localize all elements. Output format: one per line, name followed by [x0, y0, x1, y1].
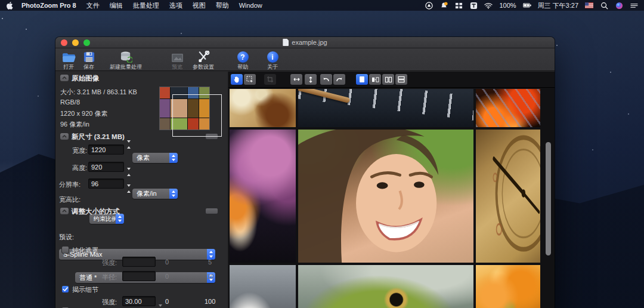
spotlight-search-icon[interactable]	[600, 2, 608, 10]
resize-method-options-button[interactable]	[206, 208, 218, 214]
apple-menu-icon[interactable]	[6, 2, 13, 10]
split-horizontal-button[interactable]	[395, 74, 407, 85]
original-color-mode: RGB/8	[60, 98, 80, 106]
open-folder-icon	[59, 50, 78, 63]
single-view-button[interactable]	[356, 74, 368, 85]
menubar-app-name[interactable]: PhotoZoom Pro 8	[21, 2, 76, 9]
pixels-unit-value: 像素	[137, 153, 150, 162]
rotate-left-button[interactable]	[320, 74, 332, 85]
unsharp-strength-max: 5	[208, 258, 212, 266]
save-floppy-icon	[79, 50, 98, 63]
resolution-label: 分辨率:	[59, 180, 80, 189]
photo-frog	[298, 265, 473, 308]
battery-percent: 100%	[499, 2, 516, 9]
unsharp-label: 钝化遮罩	[72, 246, 98, 255]
siri-icon[interactable]	[615, 2, 623, 10]
collapse-newsize-button[interactable]	[60, 133, 69, 140]
close-button[interactable]	[61, 39, 67, 46]
reveal-strength-min: 0	[165, 298, 169, 305]
height-input[interactable]	[88, 162, 124, 172]
navigator-thumbnail[interactable]	[159, 87, 210, 130]
photo-barbecue-grill	[476, 89, 540, 127]
menu-batch[interactable]: 批量处理	[133, 1, 159, 10]
menu-help[interactable]: 帮助	[216, 1, 229, 10]
selection-tool-button[interactable]	[244, 74, 256, 85]
input-source-flag[interactable]	[585, 2, 593, 10]
notification-center-icon[interactable]	[630, 2, 638, 10]
open-button[interactable]: 打开	[59, 50, 78, 71]
wifi-icon[interactable]	[484, 2, 493, 10]
image-canvas[interactable]	[228, 88, 555, 308]
open-label: 打开	[63, 64, 74, 70]
fit-width-button[interactable]	[290, 74, 302, 85]
wrench-tools-icon	[188, 50, 219, 63]
menu-file[interactable]: 文件	[86, 1, 100, 10]
vertical-scrollbar[interactable]	[546, 105, 551, 308]
compare-view-button[interactable]	[369, 74, 381, 85]
preset-label: 预设:	[59, 233, 74, 242]
menu-view[interactable]: 视图	[193, 1, 206, 10]
view-toolstrip	[228, 72, 555, 88]
menu-bar: PhotoZoom Pro 8 文件 编辑 批量处理 选项 视图 帮助 Wind…	[0, 0, 644, 11]
menu-edit[interactable]: 编辑	[110, 1, 123, 10]
original-resolution: 96 像素/in	[60, 120, 89, 129]
reveal-strength-max: 100	[205, 298, 215, 305]
help-label: 帮助	[237, 64, 248, 70]
battery-icon[interactable]	[523, 2, 531, 10]
notifications-bell-icon[interactable]	[439, 2, 448, 10]
height-label: 高度:	[72, 164, 87, 173]
main-toolbar: 打开 保存 新建批量处理 预览 参数设置 ?	[55, 48, 555, 71]
minimize-button[interactable]	[72, 39, 79, 46]
zoom-button[interactable]	[83, 39, 90, 46]
resize-method-header: 调整大小的方式	[72, 207, 120, 216]
unsharp-checkbox[interactable]	[61, 246, 69, 254]
collapse-original-button[interactable]	[60, 75, 69, 81]
width-input[interactable]	[88, 144, 124, 155]
scrollbar-thumb[interactable]	[546, 142, 551, 255]
hand-tool-button[interactable]	[231, 74, 243, 85]
ppi-unit-value: 像素/in	[137, 189, 157, 198]
about-button[interactable]: i 关于	[262, 50, 283, 71]
preview-image-icon	[165, 50, 189, 63]
original-image-header: 原始图像	[72, 74, 99, 83]
navigator-view-rectangle[interactable]	[172, 94, 222, 137]
help-glyph: ?	[240, 53, 244, 61]
save-button[interactable]: 保存	[79, 50, 98, 71]
new-batch-label: 新建批量处理	[110, 64, 142, 70]
reveal-strength-input[interactable]	[122, 296, 156, 306]
resolution-input[interactable]	[88, 178, 124, 189]
photo-aquarium-fish	[230, 130, 296, 263]
batch-database-icon	[100, 50, 151, 63]
menubar-clock[interactable]: 周三 下午3:27	[538, 1, 578, 10]
unsharp-radius-max: 10	[207, 273, 214, 280]
menu-window[interactable]: Window	[239, 2, 262, 9]
window-titlebar[interactable]: example.jpg	[55, 37, 555, 48]
help-button[interactable]: ? 帮助	[232, 50, 253, 71]
new-size-header: 新尺寸 (3.21 MB)	[72, 133, 125, 141]
original-size: 大小: 3.21 MB / 863.11 KB	[60, 88, 137, 97]
windows-grid-icon[interactable]	[454, 2, 463, 10]
photo-orange-fruit	[476, 265, 540, 308]
preset-value: 普通 *	[79, 273, 97, 282]
settings-button[interactable]: 参数设置	[188, 50, 219, 71]
menu-options[interactable]: 选项	[169, 1, 182, 10]
photo-fork-on-denim	[298, 89, 473, 127]
preview-button: 预览	[165, 50, 189, 71]
status-circle-icon[interactable]	[425, 2, 433, 10]
split-vertical-button[interactable]	[382, 74, 394, 85]
collapse-method-button[interactable]	[60, 208, 69, 214]
width-label: 宽度:	[72, 146, 87, 155]
crop-tool-button	[264, 74, 276, 85]
unsharp-strength-input	[122, 257, 156, 267]
pixels-unit-dropdown[interactable]: 像素	[132, 153, 178, 163]
text-tool-icon[interactable]	[469, 2, 478, 10]
fit-height-button[interactable]	[305, 74, 317, 85]
about-label: 关于	[267, 64, 278, 70]
rotate-right-button[interactable]	[333, 74, 345, 85]
ppi-unit-dropdown[interactable]: 像素/in	[132, 189, 178, 199]
aspect-label: 宽高比:	[59, 195, 80, 204]
new-batch-button[interactable]: 新建批量处理	[100, 50, 151, 71]
reveal-details-checkbox[interactable]	[61, 285, 69, 293]
wallpaper-stars	[2, 18, 3, 19]
settings-label: 参数设置	[193, 64, 214, 70]
